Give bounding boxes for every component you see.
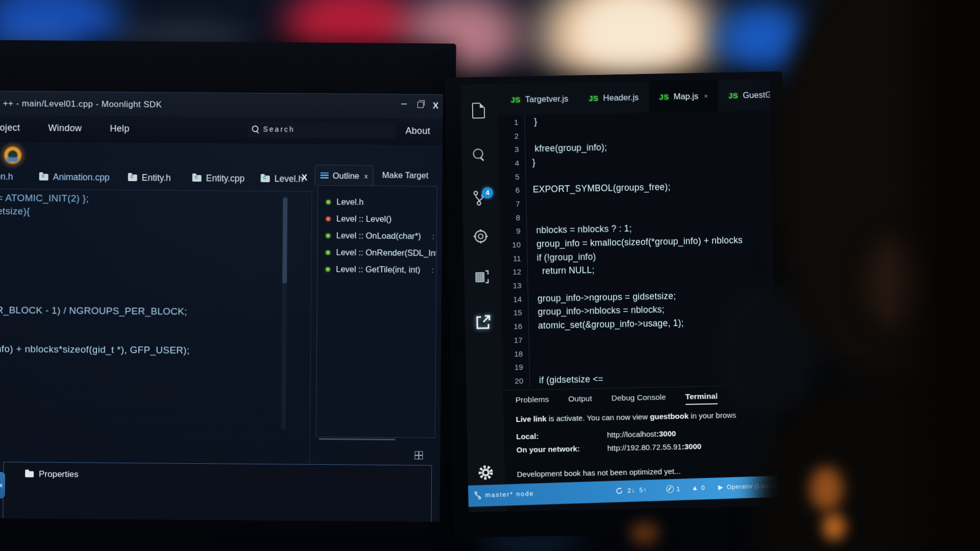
maximize-button[interactable] [418, 102, 424, 108]
menu-project[interactable]: roject [0, 122, 20, 133]
outline-item[interactable]: Level.h [326, 197, 363, 207]
side-mini-tab[interactable]: x [0, 472, 5, 498]
properties-panel: Properties [3, 462, 432, 522]
js-badge-icon: JS [510, 95, 521, 104]
play-icon: ▶ [718, 484, 723, 491]
search-placeholder: Search [263, 125, 295, 133]
outline-list: Level.h Level :: Level() Level :: OnLoad… [316, 185, 437, 438]
outline-panel: Outline x Make Target Level.h Level :: L… [313, 165, 440, 445]
hscrollbar-thumb[interactable] [319, 438, 396, 440]
tab-outline[interactable]: Outline x [315, 165, 374, 186]
minimize-button[interactable]: – [401, 97, 407, 109]
outline-close-icon[interactable]: x [364, 172, 368, 180]
js-badge-icon: JS [659, 92, 669, 101]
search-icon[interactable] [473, 148, 483, 159]
right-edge-shadow [888, 0, 980, 551]
warnings-item[interactable]: ▲ 0 [692, 484, 705, 492]
symbol-dot-icon [326, 251, 330, 255]
network-url-link[interactable]: http://192.80.72.55.91:3000 [607, 442, 702, 453]
scm-badge: 4 [482, 187, 493, 198]
outline-item[interactable]: Level :: Level() [326, 214, 391, 224]
external-link-icon[interactable] [474, 314, 492, 332]
bokeh-light [810, 466, 843, 511]
close-button[interactable]: X [433, 101, 439, 111]
errors-item[interactable]: 1 [666, 485, 680, 493]
symbol-dot-icon [326, 267, 330, 271]
tab-level-h[interactable]: Level.h [261, 173, 304, 185]
terminal-local-line: Local: http://localhost:3000 [516, 429, 676, 441]
code-line: etsize){ [0, 206, 30, 217]
bokeh-light [630, 521, 659, 545]
tab-header-js[interactable]: JSHeader.js [578, 81, 649, 114]
folder-icon [25, 471, 34, 477]
sync-icon [615, 487, 623, 495]
tab-animation-cpp[interactable]: Animation.cpp [39, 172, 110, 183]
warning-icon: ▲ [692, 484, 699, 491]
terminal-note-line: Development book has not been optimized … [517, 467, 681, 479]
search-icon [252, 126, 258, 132]
menu-window[interactable]: Window [48, 123, 82, 134]
js-badge-icon: JS [728, 91, 739, 99]
bokeh-light [822, 513, 846, 541]
tab-make-target[interactable]: Make Target [382, 170, 429, 181]
menu-bar: roject Window Help Search About [0, 115, 443, 145]
code-line: = ATOMIC_INIT(2) }; [0, 192, 89, 204]
extensions-icon[interactable] [473, 269, 490, 286]
outline-list-icon [321, 172, 329, 179]
code-line: nfo) + nblocks*sizeof(gid_t *), GFP_USER… [0, 343, 190, 356]
tab-map-js[interactable]: JSMap.js× [649, 80, 719, 113]
symbol-dot-icon [326, 217, 330, 221]
title-bar: ++ - main/Level01.cpp - Moonlight SDK – … [0, 91, 443, 119]
tab-output[interactable]: Output [568, 394, 592, 407]
file-icon [192, 175, 202, 182]
symbol-dot-icon [326, 234, 330, 238]
file-icon [39, 174, 48, 181]
tab-close-icon[interactable]: × [704, 92, 708, 99]
tab-targetver-js[interactable]: JSTargetver.js [500, 83, 579, 116]
code-line: R_BLOCK - 1) / NGROUPS_PER_BLOCK; [0, 305, 187, 317]
search-input[interactable]: Search [248, 121, 396, 139]
file-icon [128, 174, 137, 181]
git-branch-item[interactable]: master* node [474, 490, 534, 500]
file-icon [261, 176, 270, 182]
left-monitor-screen: ++ - main/Level01.cpp - Moonlight SDK – … [0, 91, 443, 522]
menu-help[interactable]: Help [110, 123, 129, 134]
layout-grid-icon[interactable] [414, 451, 423, 459]
local-url-link[interactable]: http://localhost:3000 [607, 429, 676, 439]
tab-entity-h[interactable]: Entity.h [128, 172, 171, 184]
photo-scene: ++ - main/Level01.cpp - Moonlight SDK – … [0, 0, 980, 551]
terminal-live-line: Live link is activate. You can now view … [516, 410, 771, 423]
editor-tab-bar: JSTargetver.js JSHeader.js JSMap.js× JSG… [497, 79, 773, 115]
symbol-dot-icon [326, 200, 330, 204]
tab-guestgrid-js[interactable]: JSGuestGrid.js [718, 79, 778, 111]
settings-gear-icon[interactable] [477, 464, 495, 482]
git-branch-icon [474, 491, 481, 499]
js-badge-icon: JS [589, 93, 599, 102]
tab-properties[interactable]: Properties [25, 469, 79, 480]
editor-tab-strip: tion.h Animation.cpp Entity.h Entity.cpp… [0, 169, 312, 191]
tab-problems[interactable]: Problems [516, 395, 549, 408]
window-title: ++ - main/Level01.cpp - Moonlight SDK [3, 98, 162, 110]
outline-item[interactable]: Level :: OnLoad(char*): [326, 231, 434, 241]
explorer-icon[interactable] [472, 103, 485, 118]
panel-tab-bar: Problems Output Debug Console Terminal [516, 391, 718, 408]
terminal-network-line: On your network: http://192.80.72.55.91:… [517, 442, 702, 454]
tab-entity-cpp[interactable]: Entity.cpp [192, 173, 245, 184]
error-icon [666, 485, 674, 493]
tab-close-button[interactable]: X [302, 173, 308, 183]
right-monitor-screen: 4 JSTargetver.js JSHea [460, 79, 778, 512]
tab-terminal[interactable]: Terminal [685, 391, 718, 405]
sync-item[interactable]: 2↓ 5↑ [615, 486, 647, 495]
tab-animation-h[interactable]: tion.h [0, 171, 13, 182]
tab-debug-console[interactable]: Debug Console [611, 392, 666, 406]
menu-about[interactable]: About [405, 126, 430, 136]
outline-item[interactable]: Level :: GetTile(int, int): [326, 264, 434, 275]
app-badge-icon[interactable] [3, 145, 23, 165]
run-debug-icon[interactable] [472, 228, 489, 245]
scrollbar-thumb[interactable] [282, 197, 287, 283]
outline-item[interactable]: Level :: OnRender(SDL_Inte [326, 247, 437, 258]
code-editor[interactable]: = ATOMIC_INIT(2) }; etsize){ R_BLOCK - 1… [0, 189, 312, 465]
